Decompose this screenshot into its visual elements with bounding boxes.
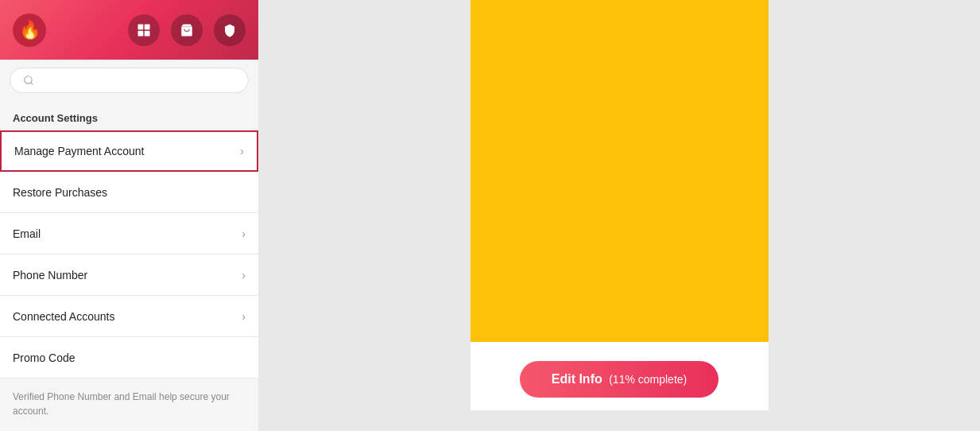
restore-purchases-item[interactable]: Restore Purchases [0, 172, 258, 213]
svg-rect-3 [145, 30, 150, 36]
svg-rect-2 [138, 30, 144, 36]
edit-info-button[interactable]: Edit Info (11% complete) [520, 361, 719, 398]
email-chevron: › [242, 227, 246, 240]
manage-payment-label: Manage Payment Account [14, 145, 144, 157]
section-title: Account Settings [0, 101, 258, 130]
shield-icon[interactable] [214, 14, 246, 46]
sidebar: 🔥 [0, 0, 258, 431]
profile-image [471, 0, 769, 342]
search-icon [23, 75, 34, 86]
connected-accounts-item[interactable]: Connected Accounts › [0, 296, 258, 337]
restore-purchases-label: Restore Purchases [13, 186, 107, 199]
svg-rect-0 [138, 24, 144, 29]
svg-point-5 [25, 76, 32, 83]
email-item[interactable]: Email › [0, 213, 258, 254]
email-label: Email [13, 227, 41, 240]
promo-code-item[interactable]: Promo Code [0, 337, 258, 379]
manage-payment-chevron: › [240, 145, 244, 157]
nav-icons [128, 14, 246, 46]
browse-icon[interactable] [128, 14, 160, 46]
phone-number-item[interactable]: Phone Number › [0, 254, 258, 296]
bag-icon[interactable] [171, 14, 203, 46]
phone-number-label: Phone Number [13, 269, 87, 282]
promo-code-label: Promo Code [13, 351, 76, 364]
phone-number-chevron: › [242, 269, 246, 282]
top-nav: 🔥 [0, 0, 258, 60]
profile-card-bottom: Edit Info (11% complete) [471, 342, 769, 410]
manage-payment-item[interactable]: Manage Payment Account › [0, 130, 258, 172]
connected-accounts-chevron: › [242, 310, 246, 323]
footer-note: Verified Phone Number and Email help sec… [0, 379, 258, 429]
svg-rect-1 [145, 24, 150, 29]
search-area [0, 60, 258, 101]
search-bar[interactable] [10, 68, 249, 93]
connected-accounts-label: Connected Accounts [13, 310, 114, 323]
main-content: Edit Info (11% complete) [258, 0, 980, 431]
profile-card-area: Edit Info (11% complete) [468, 0, 770, 431]
settings-section: Account Settings Manage Payment Account … [0, 101, 258, 431]
app-logo[interactable]: 🔥 [13, 14, 46, 47]
